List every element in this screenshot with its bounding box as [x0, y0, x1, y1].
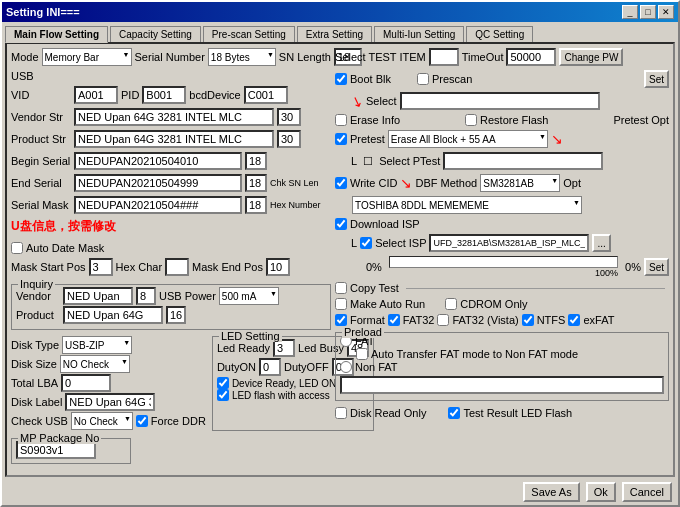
- check-usb-label: Check USB: [11, 415, 68, 427]
- auto-transfer-label: Auto Transfer FAT mode to Non FAT mode: [371, 348, 578, 360]
- minimize-button[interactable]: _: [622, 5, 638, 19]
- select-isp-input[interactable]: [429, 234, 589, 252]
- tab-qc[interactable]: QC Setting: [466, 26, 533, 43]
- toshiba-wrapper: TOSHIBA 8DDL MEMEMEME: [352, 196, 582, 214]
- pretest-select[interactable]: Erase All Block + 55 AA: [388, 130, 548, 148]
- serial-mask-num[interactable]: [245, 196, 267, 214]
- hex-char-input[interactable]: [165, 258, 189, 276]
- mode-select[interactable]: Memory Bar: [42, 48, 132, 66]
- fat32-vista-checkbox[interactable]: [437, 314, 449, 326]
- tab-main-flow[interactable]: Main Flow Setting: [5, 26, 108, 43]
- end-serial-num[interactable]: [245, 174, 267, 192]
- product-input[interactable]: [63, 306, 163, 324]
- select-ptest-row: L ☐ Select PTest: [351, 152, 669, 170]
- usb-row: USB: [11, 70, 331, 82]
- vendor-input[interactable]: [63, 287, 133, 305]
- pretest-row: Pretest Erase All Block + 55 AA ↘: [335, 130, 669, 148]
- product-num[interactable]: [166, 306, 186, 324]
- test-result-led-checkbox[interactable]: [448, 407, 460, 419]
- force-ddr-checkbox[interactable]: [136, 415, 148, 427]
- progress-row: 0% 100% 0% Set: [335, 256, 669, 278]
- disk-type-select[interactable]: USB-ZIP: [62, 336, 132, 354]
- preload-group: Preload FAT Auto Transfer FAT mode to No…: [335, 332, 669, 401]
- vendor-str-label: Vendor Str: [11, 111, 71, 123]
- erase-info-checkbox[interactable]: [335, 114, 347, 126]
- mask-end-pos-input[interactable]: [266, 258, 290, 276]
- total-lba-input[interactable]: [61, 374, 111, 392]
- usb-power-select[interactable]: 500 mA: [219, 287, 279, 305]
- auto-date-mask-checkbox[interactable]: [11, 242, 23, 254]
- dbf-method-select[interactable]: SM3281AB: [480, 174, 560, 192]
- mask-start-pos-label: Mask Start Pos: [11, 261, 86, 273]
- set-button[interactable]: Set: [644, 70, 669, 88]
- chk-sn-len-label: Chk SN Len: [270, 178, 319, 188]
- bcd-input[interactable]: [244, 86, 288, 104]
- make-auto-run-checkbox[interactable]: [335, 298, 347, 310]
- end-serial-input[interactable]: [74, 174, 242, 192]
- restore-flash-checkbox[interactable]: [465, 114, 477, 126]
- duty-on-input[interactable]: [259, 358, 281, 376]
- format-checkbox[interactable]: [335, 314, 347, 326]
- led-flash-checkbox[interactable]: [217, 389, 229, 401]
- write-cid-checkbox[interactable]: [335, 177, 347, 189]
- cancel-button[interactable]: Cancel: [622, 482, 672, 502]
- maximize-button[interactable]: □: [640, 5, 656, 19]
- toshiba-select[interactable]: TOSHIBA 8DDL MEMEMEME: [352, 196, 582, 214]
- auto-transfer-checkbox[interactable]: [356, 348, 368, 360]
- tab-extra[interactable]: Extra Setting: [297, 26, 372, 43]
- timeout-input[interactable]: [429, 48, 459, 66]
- timeout-value-input[interactable]: [506, 48, 556, 66]
- disk-size-row: Disk Size NO Check: [11, 355, 206, 373]
- tab-prescan[interactable]: Pre-scan Setting: [203, 26, 295, 43]
- select-isp-checkbox[interactable]: [360, 237, 372, 249]
- exfat-checkbox[interactable]: [568, 314, 580, 326]
- serial-mask-input[interactable]: [74, 196, 242, 214]
- begin-serial-num[interactable]: [245, 152, 267, 170]
- download-isp-checkbox[interactable]: [335, 218, 347, 230]
- select-test-row: Select TEST ITEM TimeOut Change PW: [335, 48, 669, 66]
- select-row: ↘ Select: [351, 92, 669, 110]
- mask-start-pos-input[interactable]: [89, 258, 113, 276]
- disk-size-select[interactable]: NO Check: [60, 355, 130, 373]
- change-pw-button[interactable]: Change PW: [559, 48, 623, 66]
- select-input[interactable]: [400, 92, 600, 110]
- vid-input[interactable]: [74, 86, 118, 104]
- select-ptest-input[interactable]: [443, 152, 603, 170]
- close-button[interactable]: ✕: [658, 5, 674, 19]
- copy-test-checkbox[interactable]: [335, 282, 347, 294]
- pretest-checkbox[interactable]: [335, 133, 347, 145]
- vendor-num[interactable]: [136, 287, 156, 305]
- check-usb-select[interactable]: No Check: [71, 412, 133, 430]
- disk-size-wrapper: NO Check: [60, 355, 130, 373]
- cdrom-only-checkbox[interactable]: [445, 298, 457, 310]
- vendor-str-num[interactable]: [277, 108, 301, 126]
- set2-button[interactable]: Set: [644, 258, 669, 276]
- ntfs-checkbox[interactable]: [522, 314, 534, 326]
- device-ready-checkbox[interactable]: [217, 377, 229, 389]
- total-lba-label: Total LBA: [11, 377, 58, 389]
- ok-button[interactable]: Ok: [586, 482, 616, 502]
- boot-blk-row: Boot Blk Prescan Set: [335, 70, 669, 88]
- fat32-checkbox[interactable]: [388, 314, 400, 326]
- opt-label: Opt: [563, 177, 581, 189]
- non-fat-radio[interactable]: [340, 361, 352, 373]
- product-str-input[interactable]: [74, 130, 274, 148]
- boot-blk-checkbox[interactable]: [335, 73, 347, 85]
- product-str-row: Product Str: [11, 130, 331, 148]
- disk-label-input[interactable]: [65, 393, 155, 411]
- total-lba-row: Total LBA: [11, 374, 206, 392]
- serial-number-select[interactable]: 18 Bytes: [208, 48, 276, 66]
- auto-date-mask-label: Auto Date Mask: [26, 242, 104, 254]
- begin-serial-input[interactable]: [74, 152, 242, 170]
- vendor-label: Vendor: [16, 290, 60, 302]
- pid-input[interactable]: [142, 86, 186, 104]
- product-str-num[interactable]: [277, 130, 301, 148]
- prescan-checkbox[interactable]: [417, 73, 429, 85]
- tab-multi-iun[interactable]: Multi-Iun Setting: [374, 26, 464, 43]
- vendor-str-input[interactable]: [74, 108, 274, 126]
- save-as-button[interactable]: Save As: [523, 482, 579, 502]
- isp-browse-button[interactable]: ...: [592, 234, 610, 252]
- download-isp-label: Download ISP: [350, 218, 420, 230]
- preload-path-input[interactable]: [340, 376, 664, 394]
- tab-capacity[interactable]: Capacity Setting: [110, 26, 201, 43]
